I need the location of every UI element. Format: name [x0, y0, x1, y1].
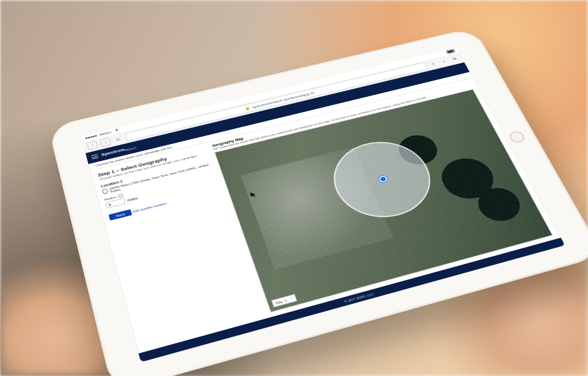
tablet-device: Verizon ‹ › ▭ 🔒 spectrumreach.audienceap… [48, 28, 588, 376]
chevron-up-icon: ⌃ [289, 296, 293, 301]
map-center-pin[interactable] [378, 175, 389, 183]
